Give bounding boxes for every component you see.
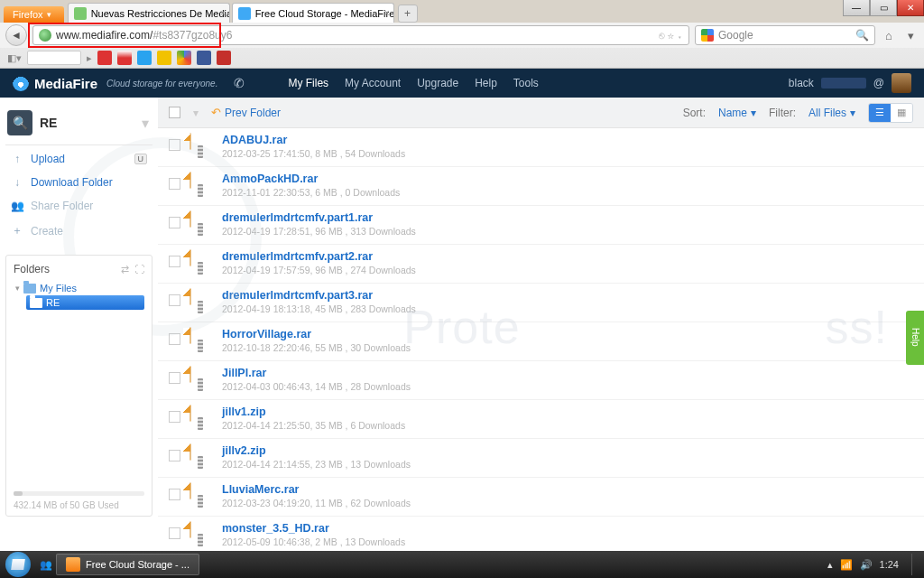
file-row[interactable]: LluviaMerc.rar2012-03-23 04:19:20, 11 MB… (158, 478, 924, 517)
tree-root[interactable]: ▾ My Files (14, 281, 144, 295)
file-checkbox[interactable] (169, 217, 180, 228)
file-name[interactable]: dremulerlmdrtcmfv.part3.rar (222, 289, 416, 302)
bookmark-icon[interactable] (97, 51, 112, 65)
grid-view-button[interactable]: ▦ (891, 104, 912, 122)
sidebar-actions: ↑UploadU↓Download Folder👥Share Folder＋Cr… (5, 144, 152, 246)
select-all-checkbox[interactable] (169, 107, 180, 118)
nav-my-files[interactable]: My Files (288, 77, 328, 89)
search-bar[interactable]: Google 🔍 (695, 25, 875, 45)
file-icon (189, 250, 213, 277)
url-host: www.mediafire.com/ (56, 29, 152, 42)
bookmark-icon[interactable] (137, 51, 152, 65)
file-checkbox[interactable] (169, 333, 180, 345)
file-name[interactable]: monster_3.5_HD.rar (222, 522, 405, 535)
file-name[interactable]: jillv2.zip (222, 444, 411, 457)
search-submit-icon[interactable]: 🔍 (855, 29, 869, 42)
file-checkbox[interactable] (169, 450, 180, 461)
file-list[interactable]: ADABUJ.rar2012-03-25 17:41:50, 8 MB , 54… (158, 128, 924, 552)
file-checkbox[interactable] (169, 527, 180, 539)
phone-icon[interactable]: ✆ (234, 76, 245, 90)
window-maximize-button[interactable]: ▭ (870, 0, 897, 16)
file-checkbox[interactable] (169, 411, 180, 423)
filter-dropdown[interactable]: All Files ▾ (808, 107, 855, 119)
expand-icon[interactable]: ⛶ (134, 264, 144, 275)
back-button[interactable]: ◄ (5, 24, 27, 46)
nav-upgrade[interactable]: Upgrade (417, 77, 458, 89)
prev-folder-link[interactable]: ↶ Prev Folder (211, 106, 281, 119)
file-name[interactable]: JillPl.rar (222, 367, 411, 379)
browser-tab[interactable]: Nuevas Restricciones De Mediafire Y ...× (68, 3, 230, 23)
file-name[interactable]: LluviaMerc.rar (222, 483, 411, 496)
file-row[interactable]: jillv1.zip2012-04-14 21:25:50, 35 MB , 6… (158, 400, 924, 439)
file-name[interactable]: ADABUJ.rar (222, 134, 405, 146)
link-icon[interactable]: ⇄ (121, 264, 129, 275)
bookmark-icon[interactable] (197, 51, 211, 65)
user-menu[interactable]: black @ (789, 73, 911, 93)
start-button[interactable] (5, 552, 31, 577)
nav-my-account[interactable]: My Account (345, 77, 401, 89)
tray-clock[interactable]: 1:24 (880, 559, 899, 570)
file-row[interactable]: dremulerlmdrtcmfv.part1.rar2012-04-19 17… (158, 206, 924, 245)
sidebar-action-create[interactable]: ＋Create (5, 218, 152, 244)
bookmark-search[interactable] (27, 51, 81, 65)
site-identity-icon (39, 29, 51, 42)
tray-network-icon[interactable]: 📶 (840, 559, 853, 571)
sidebar-action-upload[interactable]: ↑UploadU (5, 147, 152, 171)
file-name[interactable]: dremulerlmdrtcmfv.part2.rar (222, 250, 416, 263)
search-folder-icon[interactable]: 🔍 (7, 110, 32, 135)
file-checkbox[interactable] (169, 294, 180, 306)
sidebar-toggle-icon[interactable]: ◧▾ (7, 52, 22, 64)
file-row[interactable]: ADABUJ.rar2012-03-25 17:41:50, 8 MB , 54… (158, 128, 924, 167)
file-checkbox[interactable] (169, 372, 180, 384)
folder-panel-tools[interactable]: ⇄⛶ (121, 264, 144, 275)
file-checkbox[interactable] (169, 256, 180, 267)
file-row[interactable]: jillv2.zip2012-04-14 21:14:55, 23 MB , 1… (158, 439, 924, 478)
window-minimize-button[interactable]: — (843, 0, 870, 16)
bookmark-icon[interactable] (157, 51, 171, 65)
bookmark-icon[interactable] (117, 51, 132, 65)
file-row[interactable]: HorrorVillage.rar2012-10-18 22:20:46, 55… (158, 322, 924, 361)
show-desktop-button[interactable] (911, 554, 919, 575)
list-view-button[interactable]: ☰ (869, 104, 891, 122)
url-bar[interactable]: www.mediafire.com/#ts8377gzo8uy6 ⎋ ☆ ▾ (32, 25, 689, 45)
bookmark-icon[interactable] (217, 51, 231, 65)
window-close-button[interactable]: ✕ (897, 0, 924, 16)
new-tab-button[interactable]: + (398, 5, 418, 23)
file-row[interactable]: dremulerlmdrtcmfv.part3.rar2012-04-19 18… (158, 284, 924, 322)
file-name[interactable]: HorrorVillage.rar (222, 328, 411, 340)
bookmark-icon[interactable] (177, 51, 191, 65)
taskbar-app-firefox[interactable]: Free Cloud Storage - ... (56, 554, 199, 575)
file-row[interactable]: monster_3.5_HD.rar2012-05-09 10:46:38, 2… (158, 517, 924, 552)
file-checkbox[interactable] (169, 178, 180, 190)
sidebar-action-share-folder[interactable]: 👥Share Folder (5, 194, 152, 218)
tab-close-icon[interactable]: × (220, 8, 226, 18)
google-icon (701, 29, 714, 42)
breadcrumb-dropdown-icon[interactable]: ▾ (142, 115, 149, 132)
browser-tab[interactable]: Free Cloud Storage - MediaFire× (232, 3, 394, 23)
home-button[interactable]: ⌂ (881, 29, 897, 42)
nav-help[interactable]: Help (475, 77, 497, 89)
tab-close-icon[interactable]: × (384, 8, 390, 18)
tree-selected[interactable]: RE (26, 295, 144, 310)
tray-show-hidden[interactable]: ▴ (827, 559, 833, 571)
nav-tools[interactable]: Tools (513, 77, 539, 89)
tray-volume-icon[interactable]: 🔊 (860, 559, 873, 571)
downloads-button[interactable]: ▾ (902, 29, 919, 42)
mediafire-logo[interactable]: MediaFire Cloud storage for everyone. (13, 75, 217, 91)
file-name[interactable]: AmmoPackHD.rar (222, 172, 400, 185)
file-checkbox[interactable] (169, 139, 180, 151)
file-checkbox[interactable] (169, 489, 180, 500)
file-name[interactable]: dremulerlmdrtcmfv.part1.rar (222, 211, 416, 224)
toolbar-dropdown-icon[interactable]: ▾ (193, 107, 199, 119)
file-row[interactable]: dremulerlmdrtcmfv.part2.rar2012-04-19 17… (158, 245, 924, 284)
bookmark-go[interactable]: ▸ (87, 52, 92, 64)
sidebar-action-download-folder[interactable]: ↓Download Folder (5, 171, 152, 194)
file-row[interactable]: JillPl.rar2012-04-03 00:46:43, 14 MB , 2… (158, 361, 924, 400)
file-name[interactable]: jillv1.zip (222, 406, 405, 418)
file-row[interactable]: AmmoPackHD.rar2012-11-01 22:30:53, 6 MB … (158, 167, 924, 206)
firefox-menu-button[interactable]: Firefox (4, 6, 64, 23)
sort-dropdown[interactable]: Name ▾ (718, 107, 756, 119)
taskbar-pinned-icon[interactable]: 👥 (36, 559, 56, 571)
help-side-tab[interactable]: Help (906, 311, 924, 365)
file-detail: 2012-03-25 17:41:50, 8 MB , 54 Downloads (222, 148, 405, 159)
